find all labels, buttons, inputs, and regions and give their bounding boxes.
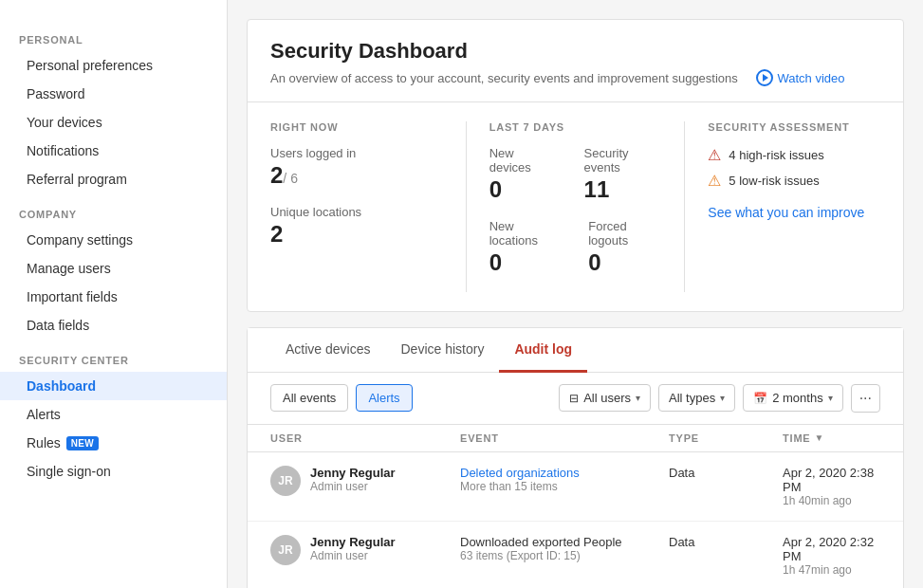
time-range-dropdown[interactable]: 📅 2 months ▾ [743, 384, 842, 412]
user-name: Jenny Regular [310, 535, 396, 549]
main-content: Security Dashboard An overview of access… [228, 0, 923, 588]
chevron-down-icon: ▾ [636, 393, 640, 403]
rules-new-badge: NEW [66, 436, 99, 450]
sidebar-section-title-company: COMPANY [0, 193, 227, 226]
sidebar-item-your-devices[interactable]: Your devices [0, 108, 227, 137]
stats-security-assessment: SECURITY ASSESSMENT ⚠ 4 high-risk issues… [684, 121, 880, 292]
users-logged-in-label: Users logged in [270, 146, 356, 160]
user-cell-2: JR Jenny Regular Admin user [270, 535, 460, 565]
tab-device-history[interactable]: Device history [385, 328, 499, 373]
sidebar-item-alerts[interactable]: Alerts [0, 400, 227, 429]
new-locations-value: 0 [489, 249, 559, 277]
new-locations-stat: New locations 0 [489, 219, 559, 277]
sidebar-section-personal: PERSONAL Personal preferences Password Y… [0, 19, 227, 193]
time-primary: Apr 2, 2020 2:38 PM [783, 466, 880, 494]
forced-logouts-value: 0 [588, 249, 661, 277]
new-devices-value: 0 [489, 176, 554, 204]
time-cell-2: Apr 2, 2020 2:32 PM 1h 47min ago [783, 535, 880, 577]
tab-audit-log[interactable]: Audit log [499, 328, 587, 373]
subtitle-separator [746, 71, 749, 85]
avatar: JR [270, 466, 301, 496]
alerts-filter-button[interactable]: Alerts [356, 384, 412, 412]
time-secondary: 1h 47min ago [783, 563, 880, 577]
user-cell-1: JR Jenny Regular Admin user [270, 466, 460, 496]
unique-locations-value: 2 [270, 221, 361, 248]
stats-right-now: RIGHT NOW Users logged in 2/ 6 Unique lo… [270, 121, 466, 292]
sidebar-item-dashboard[interactable]: Dashboard [0, 372, 227, 400]
unique-locations-stat: Unique locations 2 [270, 205, 361, 248]
warning-icon: ⚠ [708, 172, 721, 190]
type-cell-2: Data [669, 535, 783, 549]
table-row: JR Jenny Regular Admin user Downloaded e… [248, 522, 903, 588]
time-primary: Apr 2, 2020 2:32 PM [783, 535, 880, 563]
unique-locations-label: Unique locations [270, 205, 361, 219]
type-column-header: TYPE [669, 432, 783, 444]
security-events-label: Security events [584, 146, 662, 175]
all-users-label: All users [583, 391, 631, 405]
all-users-dropdown[interactable]: ⊟ All users ▾ [559, 384, 651, 412]
chevron-down-icon-2: ▾ [720, 393, 725, 403]
filters-row: All events Alerts ⊟ All users ▾ All type… [248, 373, 903, 425]
sidebar-item-data-fields[interactable]: Data fields [0, 311, 227, 340]
funnel-icon: ⊟ [569, 392, 579, 405]
sidebar-item-rules-label: Rules [27, 435, 61, 450]
sidebar-item-personal-preferences[interactable]: Personal preferences [0, 51, 227, 80]
security-assessment-label: SECURITY ASSESSMENT [708, 121, 880, 133]
tabs-bar: Active devices Device history Audit log [248, 328, 903, 373]
improve-link[interactable]: See what you can improve [708, 205, 864, 220]
time-cell-1: Apr 2, 2020 2:38 PM 1h 40min ago [783, 466, 880, 507]
user-role: Admin user [310, 549, 396, 562]
watch-video-link[interactable]: Watch video [756, 69, 844, 86]
user-info-1: Jenny Regular Admin user [310, 466, 396, 493]
high-risk-item: ⚠ 4 high-risk issues [708, 146, 880, 164]
last-7-days-row-1: New devices 0 Security events 11 [489, 146, 662, 204]
stats-last-7-days: LAST 7 DAYS New devices 0 Security event… [466, 121, 685, 292]
all-types-dropdown[interactable]: All types ▾ [658, 384, 735, 412]
tab-active-devices[interactable]: Active devices [270, 328, 385, 373]
user-name: Jenny Regular [310, 466, 396, 480]
security-events-stat: Security events 11 [584, 146, 662, 204]
sidebar-section-security: SECURITY CENTER Dashboard Alerts Rules N… [0, 340, 227, 486]
low-risk-item: ⚠ 5 low-risk issues [708, 172, 880, 190]
new-devices-label: New devices [489, 146, 554, 175]
all-events-button[interactable]: All events [270, 384, 348, 412]
sidebar-item-password[interactable]: Password [0, 80, 227, 108]
event-sub: 63 items (Export ID: 15) [460, 549, 669, 562]
right-now-row-1: Users logged in 2/ 6 [270, 146, 443, 190]
sidebar-item-notifications[interactable]: Notifications [0, 137, 227, 165]
page-subtitle: An overview of access to your account, s… [270, 69, 880, 86]
sidebar-section-title-personal: PERSONAL [0, 19, 227, 51]
sidebar: PERSONAL Personal preferences Password Y… [0, 0, 228, 588]
user-info-2: Jenny Regular Admin user [310, 535, 396, 562]
time-range-label: 2 months [772, 391, 822, 405]
chevron-down-icon-3: ▾ [828, 393, 833, 403]
sidebar-item-rules[interactable]: Rules NEW [0, 429, 227, 457]
event-cell-1: Deleted organizations More than 15 items [460, 466, 669, 493]
subtitle-text: An overview of access to your account, s… [270, 71, 738, 85]
more-options-button[interactable]: ··· [851, 384, 880, 413]
sidebar-item-referral-program[interactable]: Referral program [0, 165, 227, 193]
forced-logouts-stat: Forced logouts 0 [588, 219, 661, 277]
forced-logouts-label: Forced logouts [588, 219, 661, 248]
users-logged-in-stat: Users logged in 2/ 6 [270, 146, 356, 190]
sidebar-item-company-settings[interactable]: Company settings [0, 226, 227, 254]
sidebar-section-title-security: SECURITY CENTER [0, 340, 227, 372]
type-cell-1: Data [669, 466, 783, 480]
table-row: JR Jenny Regular Admin user Deleted orga… [248, 452, 903, 522]
users-logged-in-value: 2/ 6 [270, 162, 356, 190]
page-title: Security Dashboard [270, 39, 880, 64]
event-title: Downloaded exported People [460, 535, 669, 549]
calendar-icon: 📅 [753, 392, 767, 405]
event-title[interactable]: Deleted organizations [460, 466, 669, 480]
avatar: JR [270, 535, 301, 565]
dashboard-card: Security Dashboard An overview of access… [247, 19, 904, 312]
user-role: Admin user [310, 480, 396, 493]
sidebar-item-single-sign-on[interactable]: Single sign-on [0, 457, 227, 486]
all-types-label: All types [669, 391, 715, 405]
play-icon [756, 69, 773, 86]
sidebar-item-important-fields[interactable]: Important fields [0, 283, 227, 311]
time-column-header: TIME ▼ [783, 432, 880, 444]
new-devices-stat: New devices 0 [489, 146, 554, 204]
dashboard-header: Security Dashboard An overview of access… [248, 20, 903, 102]
sidebar-item-manage-users[interactable]: Manage users [0, 254, 227, 283]
